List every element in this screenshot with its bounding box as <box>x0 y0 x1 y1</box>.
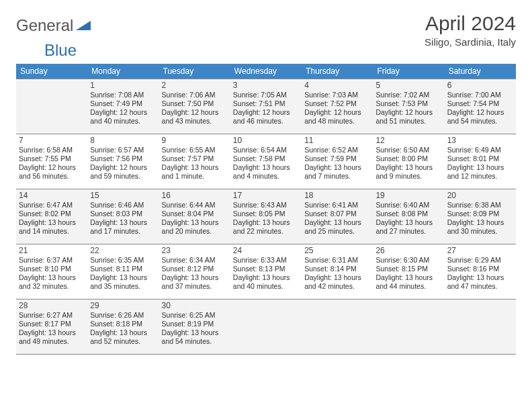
calendar-table: Sunday Monday Tuesday Wednesday Thursday… <box>16 64 516 355</box>
sunrise-text: Sunrise: 6:49 AM <box>447 146 513 154</box>
calendar-cell: 28Sunrise: 6:27 AMSunset: 8:17 PMDayligh… <box>16 300 87 355</box>
day-number: 13 <box>447 136 513 145</box>
day-number: 20 <box>447 191 513 200</box>
daylight-text: Daylight: 12 hours and 54 minutes. <box>447 108 513 126</box>
daylight-text: Daylight: 13 hours and 4 minutes. <box>233 163 299 181</box>
calendar-cell: 27Sunrise: 6:29 AMSunset: 8:16 PMDayligh… <box>445 244 516 300</box>
sunset-text: Sunset: 8:15 PM <box>375 265 441 273</box>
sunset-text: Sunset: 8:17 PM <box>19 320 85 328</box>
daylight-text: Daylight: 13 hours and 27 minutes. <box>375 218 441 236</box>
sunrise-text: Sunrise: 6:46 AM <box>90 201 156 210</box>
sunrise-text: Sunrise: 7:05 AM <box>233 91 299 99</box>
sunrise-text: Sunrise: 6:44 AM <box>162 201 228 210</box>
calendar-cell: 20Sunrise: 6:38 AMSunset: 8:09 PMDayligh… <box>445 189 516 244</box>
daylight-text: Daylight: 13 hours and 30 minutes. <box>447 218 513 236</box>
sunset-text: Sunset: 8:14 PM <box>304 265 370 273</box>
weekday-header: Saturday <box>445 64 516 79</box>
sunset-text: Sunset: 8:01 PM <box>447 154 513 163</box>
daylight-text: Daylight: 12 hours and 43 minutes. <box>162 108 228 126</box>
sunset-text: Sunset: 8:02 PM <box>19 210 85 218</box>
daylight-text: Daylight: 13 hours and 25 minutes. <box>304 218 370 236</box>
sunset-text: Sunset: 8:16 PM <box>447 265 513 273</box>
sunrise-text: Sunrise: 6:58 AM <box>19 146 85 154</box>
day-number: 19 <box>375 191 441 200</box>
weekday-header: Tuesday <box>159 64 230 79</box>
calendar-cell <box>230 300 302 355</box>
daylight-text: Daylight: 13 hours and 54 minutes. <box>162 328 228 346</box>
daylight-text: Daylight: 12 hours and 56 minutes. <box>19 163 85 181</box>
daylight-text: Daylight: 13 hours and 42 minutes. <box>304 273 370 291</box>
calendar-row: 21Sunrise: 6:37 AMSunset: 8:10 PMDayligh… <box>16 244 516 300</box>
sunrise-text: Sunrise: 6:41 AM <box>304 201 370 210</box>
day-info: Sunrise: 6:33 AMSunset: 8:13 PMDaylight:… <box>233 256 299 291</box>
day-number: 24 <box>233 246 299 255</box>
calendar-cell: 26Sunrise: 6:30 AMSunset: 8:15 PMDayligh… <box>373 244 444 300</box>
weekday-header-row: Sunday Monday Tuesday Wednesday Thursday… <box>16 64 516 79</box>
sunset-text: Sunset: 8:12 PM <box>162 265 228 273</box>
day-info: Sunrise: 6:44 AMSunset: 8:04 PMDaylight:… <box>162 201 228 236</box>
sunset-text: Sunset: 8:00 PM <box>375 154 441 163</box>
day-number: 30 <box>162 301 228 310</box>
day-number: 17 <box>233 191 299 200</box>
weekday-header: Wednesday <box>230 64 302 79</box>
day-info: Sunrise: 6:49 AMSunset: 8:01 PMDaylight:… <box>447 146 513 181</box>
calendar-cell: 29Sunrise: 6:26 AMSunset: 8:18 PMDayligh… <box>87 300 159 355</box>
calendar-cell: 5Sunrise: 7:02 AMSunset: 7:53 PMDaylight… <box>373 79 444 134</box>
daylight-text: Daylight: 13 hours and 20 minutes. <box>162 218 228 236</box>
sunrise-text: Sunrise: 7:06 AM <box>162 91 228 99</box>
day-number: 21 <box>19 246 85 255</box>
calendar-cell: 10Sunrise: 6:54 AMSunset: 7:58 PMDayligh… <box>230 134 302 189</box>
sunrise-text: Sunrise: 6:31 AM <box>304 256 370 265</box>
sunset-text: Sunset: 7:53 PM <box>375 99 441 108</box>
logo-blue-row: Blue <box>16 41 516 60</box>
sunrise-text: Sunrise: 6:50 AM <box>375 146 441 154</box>
calendar-cell: 2Sunrise: 7:06 AMSunset: 7:50 PMDaylight… <box>159 79 230 134</box>
sunrise-text: Sunrise: 6:34 AM <box>162 256 228 265</box>
daylight-text: Daylight: 13 hours and 44 minutes. <box>375 273 441 291</box>
daylight-text: Daylight: 13 hours and 12 minutes. <box>447 163 513 181</box>
sunrise-text: Sunrise: 6:29 AM <box>447 256 513 265</box>
daylight-text: Daylight: 13 hours and 40 minutes. <box>233 273 299 291</box>
calendar-cell: 1Sunrise: 7:08 AMSunset: 7:49 PMDaylight… <box>87 79 159 134</box>
daylight-text: Daylight: 13 hours and 37 minutes. <box>162 273 228 291</box>
calendar-cell: 3Sunrise: 7:05 AMSunset: 7:51 PMDaylight… <box>230 79 302 134</box>
sunset-text: Sunset: 8:13 PM <box>233 265 299 273</box>
sunrise-text: Sunrise: 6:54 AM <box>233 146 299 154</box>
day-number: 8 <box>90 136 156 145</box>
calendar-cell: 7Sunrise: 6:58 AMSunset: 7:55 PMDaylight… <box>16 134 87 189</box>
page: General April 2024 Siligo, Sardinia, Ita… <box>0 0 532 367</box>
day-number: 3 <box>233 81 299 90</box>
sunrise-text: Sunrise: 6:55 AM <box>162 146 228 154</box>
day-info: Sunrise: 6:46 AMSunset: 8:03 PMDaylight:… <box>90 201 156 236</box>
sunset-text: Sunset: 8:09 PM <box>447 210 513 218</box>
sunset-text: Sunset: 7:57 PM <box>162 154 228 163</box>
day-number: 7 <box>19 136 85 145</box>
day-info: Sunrise: 6:54 AMSunset: 7:58 PMDaylight:… <box>233 146 299 181</box>
calendar-cell: 23Sunrise: 6:34 AMSunset: 8:12 PMDayligh… <box>159 244 230 300</box>
day-info: Sunrise: 6:26 AMSunset: 8:18 PMDaylight:… <box>90 311 156 347</box>
calendar-cell <box>302 300 373 355</box>
calendar-cell: 15Sunrise: 6:46 AMSunset: 8:03 PMDayligh… <box>87 189 159 244</box>
sunrise-text: Sunrise: 6:30 AM <box>375 256 441 265</box>
daylight-text: Daylight: 12 hours and 46 minutes. <box>233 108 299 126</box>
calendar-cell <box>16 79 87 134</box>
day-number: 18 <box>304 191 370 200</box>
sunset-text: Sunset: 7:58 PM <box>233 154 299 163</box>
day-number: 23 <box>162 246 228 255</box>
day-number: 16 <box>162 191 228 200</box>
day-number: 2 <box>162 81 228 90</box>
calendar-cell: 13Sunrise: 6:49 AMSunset: 8:01 PMDayligh… <box>445 134 516 189</box>
sunrise-text: Sunrise: 6:35 AM <box>90 256 156 265</box>
calendar-cell: 16Sunrise: 6:44 AMSunset: 8:04 PMDayligh… <box>159 189 230 244</box>
daylight-text: Daylight: 13 hours and 9 minutes. <box>375 163 441 181</box>
calendar-cell: 22Sunrise: 6:35 AMSunset: 8:11 PMDayligh… <box>87 244 159 300</box>
day-info: Sunrise: 7:00 AMSunset: 7:54 PMDaylight:… <box>447 91 513 126</box>
calendar-cell: 6Sunrise: 7:00 AMSunset: 7:54 PMDaylight… <box>445 79 516 134</box>
day-number: 15 <box>90 191 156 200</box>
sunset-text: Sunset: 7:51 PM <box>233 99 299 108</box>
calendar-cell: 25Sunrise: 6:31 AMSunset: 8:14 PMDayligh… <box>302 244 373 300</box>
calendar-cell: 21Sunrise: 6:37 AMSunset: 8:10 PMDayligh… <box>16 244 87 300</box>
logo-text-blue: Blue <box>44 41 77 59</box>
day-number: 22 <box>90 246 156 255</box>
sunset-text: Sunset: 8:19 PM <box>162 320 228 328</box>
